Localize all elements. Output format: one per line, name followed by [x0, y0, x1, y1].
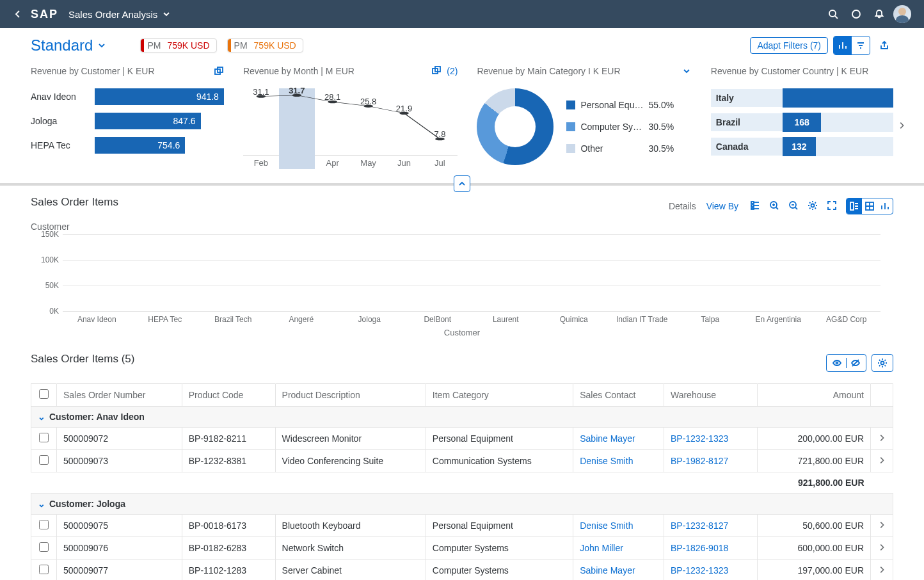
- cell-warehouse[interactable]: BP-1826-9018: [664, 537, 757, 560]
- y-tick: 150K: [31, 230, 59, 239]
- cell-amount: 600,000.00 EUR: [757, 537, 870, 560]
- legend-swatch: [566, 144, 575, 153]
- column-header[interactable]: Product Description: [275, 384, 426, 407]
- svg-point-2: [852, 10, 860, 18]
- country-row[interactable]: Italy: [711, 88, 893, 108]
- zoom-in-button[interactable]: [769, 200, 779, 213]
- column-header[interactable]: Warehouse: [664, 384, 757, 407]
- legend-row[interactable]: Other30.5%: [566, 143, 674, 154]
- shell-header: SAP Sales Order Analysis: [0, 0, 924, 28]
- view-chart[interactable]: [877, 198, 893, 214]
- table-group-row[interactable]: ⌄Customer: Anav Ideon: [31, 407, 893, 428]
- visual-filter-compact[interactable]: [852, 36, 870, 54]
- line-x-label[interactable]: Jul: [422, 158, 458, 168]
- details-link[interactable]: Details: [669, 201, 696, 211]
- hbar-row[interactable]: Jologa847.6: [31, 113, 224, 129]
- cell-contact[interactable]: Sabine Mayer: [573, 428, 664, 450]
- collapse-header-button[interactable]: [454, 175, 470, 192]
- cell-pd: Widescreen Monitor: [275, 428, 426, 450]
- search-button[interactable]: [822, 3, 845, 26]
- cell-warehouse[interactable]: BP-1982-8127: [664, 450, 757, 472]
- table-group-row[interactable]: ⌄Customer: Jologa: [31, 494, 893, 515]
- back-button[interactable]: [10, 6, 26, 22]
- line-x-axis: FebMarAprMayJunJul: [243, 155, 458, 168]
- select-all[interactable]: [31, 384, 57, 407]
- card-expand[interactable]: [681, 66, 692, 76]
- country-row[interactable]: Canada132: [711, 137, 893, 156]
- app-title[interactable]: Sales Order Analysis: [68, 9, 171, 20]
- row-nav[interactable]: [871, 450, 893, 472]
- cell-warehouse[interactable]: BP-1232-1323: [664, 428, 757, 450]
- card-next[interactable]: [897, 121, 906, 132]
- row-select[interactable]: [31, 515, 57, 537]
- cell-so: 500009077: [57, 560, 182, 581]
- drill-down-button[interactable]: [750, 200, 760, 213]
- column-header[interactable]: Sales Contact: [573, 384, 664, 407]
- zoom-out-button[interactable]: [788, 200, 799, 213]
- cell-so: 500009076: [57, 537, 182, 560]
- visual-filter-bar: Revenue by Customer | K EUR Anav Ideon94…: [0, 55, 924, 186]
- row-nav[interactable]: [871, 515, 893, 537]
- column-header[interactable]: Item Category: [426, 384, 573, 407]
- cell-contact[interactable]: Denise Smith: [573, 515, 664, 537]
- column-header[interactable]: Sales Order Number: [57, 384, 182, 407]
- donut-chart[interactable]: [477, 88, 554, 165]
- view-by-link[interactable]: View By: [706, 201, 738, 211]
- svg-line-1: [835, 16, 838, 19]
- y-tick: 100K: [31, 255, 59, 264]
- kpi-tag-2[interactable]: PM759K USD: [227, 38, 303, 52]
- variant-selector[interactable]: Standard: [31, 36, 107, 54]
- y-tick: 50K: [31, 281, 59, 290]
- row-nav[interactable]: [871, 537, 893, 560]
- hbar-row[interactable]: HEPA Tec754.6: [31, 137, 224, 154]
- show-hide-columns[interactable]: [826, 354, 866, 372]
- view-chart-table[interactable]: [847, 198, 862, 214]
- legend-swatch: [566, 101, 575, 109]
- hbar-label: Jologa: [31, 116, 88, 126]
- cell-amount: 721,800.00 EUR: [757, 450, 870, 472]
- notifications-button[interactable]: [868, 3, 891, 26]
- visual-filter-toggle: [833, 36, 870, 55]
- kpi-tag-1[interactable]: PM759K USD: [140, 38, 216, 52]
- row-select[interactable]: [31, 428, 57, 450]
- line-x-label[interactable]: May: [351, 158, 386, 168]
- card-detach[interactable]: [214, 66, 224, 76]
- cell-contact[interactable]: John Miller: [573, 537, 664, 560]
- share-button[interactable]: [875, 36, 893, 54]
- column-header[interactable]: Product Code: [182, 384, 275, 407]
- country-row[interactable]: Brazil168: [711, 113, 893, 132]
- legend-row[interactable]: Personal Equ…55.0%: [566, 100, 674, 110]
- legend-row[interactable]: Computer Sy…30.5%: [566, 122, 674, 132]
- settings-button[interactable]: [808, 200, 818, 213]
- line-x-label[interactable]: Feb: [243, 158, 279, 168]
- visual-filter-chart[interactable]: [834, 36, 852, 54]
- customer-bar-chart[interactable]: 150K100K50K0K: [63, 234, 880, 311]
- card-title: Revenue by Month | M EUR: [243, 66, 354, 76]
- cell-contact[interactable]: Sabine Mayer: [573, 560, 664, 581]
- section-title: Sales Order Items: [31, 196, 118, 209]
- adapt-filters-button[interactable]: Adapt Filters (7): [750, 37, 828, 54]
- cell-warehouse[interactable]: BP-1232-1323: [664, 560, 757, 581]
- row-nav[interactable]: [871, 560, 893, 581]
- table-settings[interactable]: [872, 354, 893, 372]
- hbar-label: Anav Ideon: [31, 92, 88, 102]
- copilot-button[interactable]: [845, 3, 868, 26]
- zoom-out-icon: [788, 200, 799, 211]
- fullscreen-button[interactable]: [827, 200, 837, 213]
- user-menu[interactable]: [891, 3, 914, 26]
- line-x-label[interactable]: Jun: [386, 158, 422, 168]
- cell-contact[interactable]: Denise Smith: [573, 450, 664, 472]
- hbar-row[interactable]: Anav Ideon941.8: [31, 88, 224, 105]
- row-select[interactable]: [31, 560, 57, 581]
- card-detach[interactable]: [431, 65, 442, 77]
- line-chart[interactable]: 31.131.728.125.821.97.8: [243, 88, 458, 152]
- view-table[interactable]: [862, 198, 877, 214]
- row-select[interactable]: [31, 537, 57, 560]
- row-nav[interactable]: [871, 428, 893, 450]
- vbar-x-label: DelBont: [404, 315, 472, 324]
- column-header[interactable]: Amount: [757, 384, 870, 407]
- row-select[interactable]: [31, 450, 57, 472]
- line-x-label[interactable]: Apr: [315, 158, 351, 168]
- cell-warehouse[interactable]: BP-1232-8127: [664, 515, 757, 537]
- legend-value: 30.5%: [648, 122, 674, 132]
